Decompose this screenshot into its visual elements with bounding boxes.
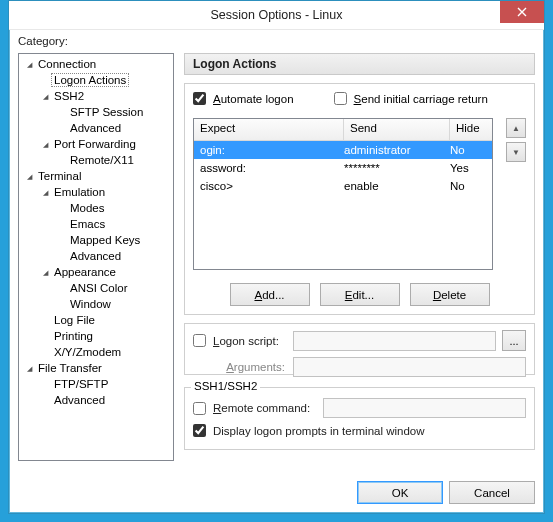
tree-item[interactable]: Printing (19, 328, 173, 344)
logon-script-path[interactable] (293, 331, 496, 351)
tree-item[interactable]: Advanced (19, 120, 173, 136)
row-order-buttons: ▲ ▼ (506, 118, 526, 162)
move-down-button[interactable]: ▼ (506, 142, 526, 162)
close-button[interactable] (500, 1, 544, 23)
remote-command-label: Remote command: (213, 402, 310, 414)
tree-item-label: ANSI Color (67, 282, 131, 294)
category-tree[interactable]: ConnectionLogon ActionsSSH2SFTP SessionA… (18, 53, 174, 461)
tree-item[interactable]: Window (19, 296, 173, 312)
col-send[interactable]: Send (344, 119, 450, 140)
ssh-group: SSH1/SSH2 Remote command: Display logon … (184, 387, 535, 450)
tree-item-label: File Transfer (35, 362, 105, 374)
ssh-group-label: SSH1/SSH2 (191, 380, 260, 392)
tree-item-label: Window (67, 298, 114, 310)
panel-heading: Logon Actions (184, 53, 535, 75)
table-row[interactable]: ogin:administratorNo (194, 141, 492, 159)
edit-button[interactable]: Edit... (320, 283, 400, 306)
tree-arrow-icon[interactable] (39, 92, 51, 101)
send-initial-cr-input[interactable] (334, 92, 347, 105)
tree-item-label: Remote/X11 (67, 154, 137, 166)
tree-item[interactable]: Emacs (19, 216, 173, 232)
arguments-field[interactable] (293, 357, 526, 377)
cell-hide: No (450, 180, 492, 192)
tree-item-label: Log File (51, 314, 98, 326)
tree-item-label: Advanced (51, 394, 108, 406)
tree-item-label: X/Y/Zmodem (51, 346, 124, 358)
cancel-button[interactable]: Cancel (449, 481, 535, 504)
tree-item-label: Printing (51, 330, 96, 342)
tree-item-label: Modes (67, 202, 108, 214)
tree-item[interactable]: SSH2 (19, 88, 173, 104)
tree-item[interactable]: X/Y/Zmodem (19, 344, 173, 360)
tree-item[interactable]: Log File (19, 312, 173, 328)
tree-item-label: Emulation (51, 186, 108, 198)
send-initial-cr-checkbox[interactable]: Send initial carriage return (334, 92, 488, 105)
ok-button[interactable]: OK (357, 481, 443, 504)
display-prompts-checkbox[interactable]: Display logon prompts in terminal window (193, 424, 425, 437)
automate-logon-checkbox[interactable]: Automate logon (193, 92, 294, 105)
tree-item[interactable]: Logon Actions (19, 72, 173, 88)
display-prompts-input[interactable] (193, 424, 206, 437)
dialog-window: Session Options - Linux Category: Connec… (8, 0, 545, 514)
tree-item[interactable]: Port Forwarding (19, 136, 173, 152)
tree-item[interactable]: Terminal (19, 168, 173, 184)
tree-item[interactable]: Connection (19, 56, 173, 72)
move-up-button[interactable]: ▲ (506, 118, 526, 138)
arguments-label: Arguments: (193, 361, 287, 373)
remote-command-checkbox[interactable]: Remote command: (193, 402, 317, 415)
table-row[interactable]: cisco>enableNo (194, 177, 492, 195)
tree-item-label: Emacs (67, 218, 108, 230)
cell-send: enable (344, 180, 450, 192)
tree-item[interactable]: SFTP Session (19, 104, 173, 120)
tree-arrow-icon[interactable] (39, 140, 51, 149)
add-button[interactable]: Add... (230, 283, 310, 306)
tree-arrow-icon[interactable] (39, 188, 51, 197)
tree-item[interactable]: Appearance (19, 264, 173, 280)
titlebar: Session Options - Linux (9, 1, 544, 30)
tree-item-label: Mapped Keys (67, 234, 143, 246)
expect-send-table[interactable]: Expect Send Hide ogin:administratorNoass… (193, 118, 493, 270)
tree-arrow-icon[interactable] (39, 268, 51, 277)
cell-send: ******** (344, 162, 450, 174)
logon-script-checkbox[interactable]: Logon script: (193, 334, 287, 347)
tree-item[interactable]: File Transfer (19, 360, 173, 376)
automate-logon-group: Automate logon Send initial carriage ret… (184, 83, 535, 315)
automate-logon-input[interactable] (193, 92, 206, 105)
tree-item[interactable]: Remote/X11 (19, 152, 173, 168)
tree-item[interactable]: FTP/SFTP (19, 376, 173, 392)
tree-arrow-icon[interactable] (23, 364, 35, 373)
tree-item-label: Logon Actions (51, 73, 129, 87)
cell-expect: assword: (194, 162, 344, 174)
tree-item-label: SFTP Session (67, 106, 146, 118)
tree-item-label: Terminal (35, 170, 84, 182)
tree-item-label: Advanced (67, 122, 124, 134)
table-row[interactable]: assword:********Yes (194, 159, 492, 177)
window-title: Session Options - Linux (9, 1, 544, 30)
send-initial-cr-label: Send initial carriage return (354, 93, 488, 105)
tree-arrow-icon[interactable] (23, 172, 35, 181)
col-expect[interactable]: Expect (194, 119, 344, 140)
tree-item[interactable]: Emulation (19, 184, 173, 200)
tree-arrow-icon[interactable] (23, 60, 35, 69)
browse-script-button[interactable]: ... (502, 330, 526, 351)
tree-item-label: SSH2 (51, 90, 87, 102)
tree-item-label: Advanced (67, 250, 124, 262)
delete-button[interactable]: Delete (410, 283, 490, 306)
tree-item[interactable]: Advanced (19, 248, 173, 264)
col-hide[interactable]: Hide (450, 119, 492, 140)
tree-item-label: Port Forwarding (51, 138, 139, 150)
remote-command-field[interactable] (323, 398, 526, 418)
tree-item[interactable]: Advanced (19, 392, 173, 408)
tree-item-label: Connection (35, 58, 99, 70)
category-label: Category: (18, 35, 535, 47)
remote-command-input[interactable] (193, 402, 206, 415)
automate-logon-label: Automate logon (213, 93, 294, 105)
cell-send: administrator (344, 144, 450, 156)
cell-expect: cisco> (194, 180, 344, 192)
tree-item[interactable]: ANSI Color (19, 280, 173, 296)
logon-script-input[interactable] (193, 334, 206, 347)
tree-item[interactable]: Modes (19, 200, 173, 216)
tree-item-label: FTP/SFTP (51, 378, 111, 390)
tree-item[interactable]: Mapped Keys (19, 232, 173, 248)
display-prompts-label: Display logon prompts in terminal window (213, 425, 425, 437)
